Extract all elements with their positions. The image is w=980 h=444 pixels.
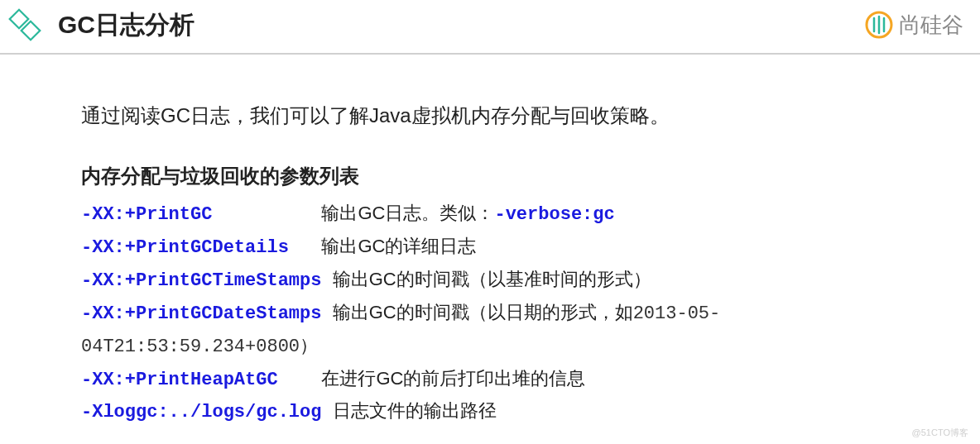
brand-text: 尚硅谷	[899, 11, 963, 40]
param-pad	[289, 237, 322, 258]
param-row-printgctimestamps: -XX:+PrintGCTimeStamps 输出GC的时间戳（以基准时间的形式…	[81, 264, 828, 297]
param-desc: 在进行GC的前后打印出堆的信息	[321, 368, 585, 389]
param-pad	[321, 402, 332, 423]
param-row-xloggc: -Xloggc:../logs/gc.log 日志文件的输出路径	[81, 395, 828, 428]
param-row-printgc: -XX:+PrintGC 输出GC日志。类似：-verbose:gc	[81, 198, 828, 231]
param-row-printgcdatestamps: -XX:+PrintGCDateStamps 输出GC的时间戳（以日期的形式，如…	[81, 297, 828, 330]
page-title: GC日志分析	[58, 8, 195, 42]
param-date: 04T21:53:59.234+0800	[81, 337, 300, 357]
param-pad	[212, 204, 321, 225]
param-pad	[321, 270, 332, 291]
param-pad	[278, 370, 322, 390]
page-header: GC日志分析 尚硅谷	[0, 0, 980, 55]
param-desc: 输出GC的时间戳（以基准时间的形式）	[333, 269, 651, 289]
param-date: 2013-05-	[633, 303, 721, 324]
param-desc: ）	[300, 335, 318, 356]
param-cmd: -XX:+PrintGCDateStamps	[81, 303, 321, 324]
param-cmd: -XX:+PrintHeapAtGC	[81, 370, 278, 390]
diamond-logo-icon	[7, 7, 43, 43]
brand-icon	[864, 10, 894, 40]
param-cmd: -XX:+PrintGCDetails	[81, 237, 289, 258]
intro-text: 通过阅读GC日志，我们可以了解Java虚拟机内存分配与回收策略。	[81, 100, 828, 131]
watermark-text: @51CTO博客	[912, 427, 968, 439]
param-cmd: -XX:+PrintGC	[81, 204, 212, 225]
brand-block: 尚硅谷	[864, 10, 963, 40]
param-verbose: -verbose:gc	[494, 204, 614, 225]
param-cmd: -XX:+PrintGCTimeStamps	[81, 270, 321, 291]
param-desc: 输出GC日志。类似：	[321, 203, 494, 223]
param-desc: 输出GC的时间戳（以日期的形式，如	[333, 302, 633, 322]
param-cmd: -Xloggc:../logs/gc.log	[81, 402, 321, 423]
params-subtitle: 内存分配与垃圾回收的参数列表	[81, 163, 828, 189]
param-row-printheapatgc: -XX:+PrintHeapAtGC 在进行GC的前后打印出堆的信息	[81, 363, 828, 396]
param-row-printgcdetails: -XX:+PrintGCDetails 输出GC的详细日志	[81, 231, 828, 264]
param-pad	[321, 303, 332, 324]
param-desc: 输出GC的详细日志	[321, 236, 476, 256]
content-area: 通过阅读GC日志，我们可以了解Java虚拟机内存分配与回收策略。 内存分配与垃圾…	[0, 55, 828, 428]
param-desc: 日志文件的输出路径	[333, 400, 497, 421]
header-left: GC日志分析	[7, 7, 195, 43]
param-row-printgcdatestamps-cont: 04T21:53:59.234+0800）	[81, 330, 828, 363]
